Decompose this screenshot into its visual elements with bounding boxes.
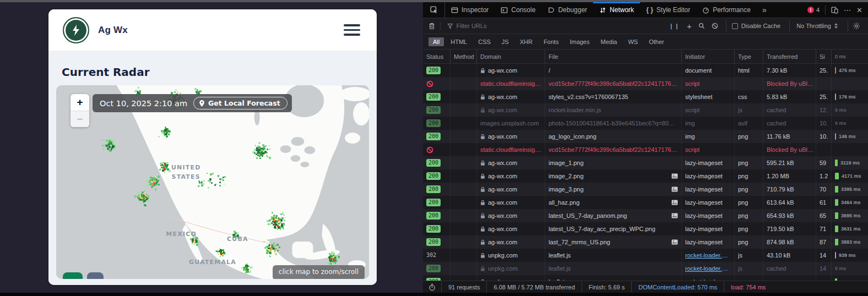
tab-debugger[interactable]: Debugger	[541, 2, 593, 18]
filter-all[interactable]: All	[428, 37, 444, 46]
zoom-out-button[interactable]: −	[70, 111, 89, 127]
radar-echo	[162, 169, 164, 172]
column-header-file[interactable]: File	[545, 50, 682, 63]
initiator-link[interactable]: rocket-loader.m…	[685, 275, 731, 281]
more-tabs-button[interactable]: »	[757, 2, 772, 18]
filter-xhr[interactable]: XHR	[516, 37, 537, 46]
initiator-link[interactable]: rocket-loader.m…	[685, 249, 731, 262]
network-request-row[interactable]: 200 ag-wx.com / document html 7.30 kB 25…	[423, 64, 868, 77]
filter-js[interactable]: JS	[497, 37, 513, 46]
lock-icon	[480, 226, 485, 232]
tab-network[interactable]: Network	[593, 2, 640, 18]
network-request-row[interactable]: 200 ag-wx.com latest_US_7-day_acc_precip…	[423, 222, 868, 235]
network-request-row[interactable]: 200 ag-wx.com rocket-loader.min.js scrip…	[423, 103, 868, 117]
network-request-row[interactable]: 200 ag-wx.com image_1.png lazy-imageset …	[423, 156, 868, 169]
tab-inspector[interactable]: Inspector	[445, 2, 495, 18]
radar-echo	[272, 212, 273, 213]
initiator-link[interactable]: rocket-loader.m…	[685, 262, 731, 275]
domain-cell: static.cloudflareinsight…	[480, 143, 541, 156]
radar-echo	[330, 263, 332, 265]
filter-images[interactable]: Images	[565, 37, 594, 46]
network-request-row[interactable]: 200 ag-wx.com last_72_mrms_US.png lazy-i…	[423, 235, 868, 249]
column-header-type[interactable]: Type	[735, 50, 763, 63]
initiator-cell: document	[685, 64, 712, 77]
network-request-row[interactable]: static.cloudflareinsight… vcd15cbe7772f4…	[423, 143, 868, 156]
get-local-forecast-button[interactable]: Get Local Forecast	[193, 97, 287, 109]
element-picker-button[interactable]	[423, 2, 445, 18]
network-request-row[interactable]: 200 ag-wx.com image_3.png lazy-imageset …	[423, 183, 868, 196]
network-request-row[interactable]: 302 unpkg.com leaflet.js rocket-loader.m…	[423, 249, 868, 262]
responsive-design-mode-button[interactable]	[831, 7, 838, 14]
network-request-row[interactable]: 200 ag-wx.com ag_logo_icon.png img png 1…	[423, 130, 868, 143]
filter-ws[interactable]: WS	[623, 37, 642, 46]
block-request-button[interactable]	[712, 23, 718, 29]
network-settings-button[interactable]	[848, 20, 865, 31]
column-header-status[interactable]: Status	[423, 50, 451, 63]
devtools-menu-button[interactable]: ⋯	[844, 6, 851, 14]
size-cell: 65	[816, 209, 832, 222]
radar-echo	[208, 187, 209, 189]
column-header-method[interactable]: Method	[451, 50, 477, 63]
tab-console[interactable]: Console	[495, 2, 541, 18]
disable-cache-checkbox[interactable]	[732, 23, 738, 29]
column-header-transferred[interactable]: Transferred	[763, 50, 816, 63]
filter-media[interactable]: Media	[596, 37, 621, 46]
radar-echo	[263, 241, 265, 243]
waterfall-time: 3464 ms	[841, 196, 861, 209]
radar-timestamp-pill: Oct 10, 2025 2:10 am Get Local Forecast	[93, 94, 292, 112]
type-cell: png	[735, 222, 763, 235]
search-button[interactable]	[698, 23, 705, 29]
tab-performance[interactable]: Performance	[696, 2, 757, 18]
filter-fonts[interactable]: Fonts	[539, 37, 563, 46]
close-devtools-button[interactable]: ✕	[856, 6, 862, 14]
filter-urls-input[interactable]	[457, 23, 661, 29]
column-header-domain[interactable]: Domain	[477, 50, 545, 63]
radar-echo	[271, 244, 273, 246]
column-header-waterfall[interactable]: 0 ms	[832, 50, 868, 63]
network-request-row[interactable]: 200 ag-wx.com all_haz.png lazy-imageset …	[423, 196, 868, 209]
column-header-initiator[interactable]: Initiator	[682, 50, 735, 63]
radar-map[interactable]: UNITED STATESMEXICOCUBAGUATEMALA + − Oct…	[56, 85, 369, 279]
clear-requests-button[interactable]	[426, 23, 441, 30]
network-request-row[interactable]: 200 unpkg.com leaflet.js rocket-loader.m…	[423, 262, 868, 275]
waterfall-time: 475 ms	[839, 64, 856, 77]
domain-cell: ag-wx.com	[488, 196, 517, 209]
radar-echo	[280, 227, 281, 228]
tab-style-editor[interactable]: { }Style Editor	[640, 2, 696, 18]
throttling-dropdown[interactable]: No Throttling	[789, 20, 844, 31]
column-header-si[interactable]: Si	[816, 50, 832, 63]
network-request-row[interactable]: 200 ag-wx.com styles_v2.css?v=1760067135…	[423, 90, 868, 103]
waterfall-bar	[835, 212, 838, 219]
zoom-in-button[interactable]: +	[70, 94, 89, 111]
file-cell: image_2.png	[549, 169, 669, 183]
disable-cache-toggle[interactable]: Disable Cache	[726, 20, 786, 31]
error-count-badge[interactable]: ! 4	[807, 7, 820, 13]
radar-echo	[274, 248, 275, 249]
size-cell: 14	[816, 262, 832, 275]
filter-css[interactable]: CSS	[474, 37, 495, 46]
network-request-row[interactable]: 200 images.unsplash.com photo-1501004318…	[423, 117, 868, 130]
new-request-button[interactable]: +	[687, 22, 692, 30]
network-request-row[interactable]: static.cloudflareinsight… vcd15cbe7772f4…	[423, 77, 868, 90]
filter-html[interactable]: HTML	[446, 37, 471, 46]
performance-analysis-button[interactable]	[423, 281, 442, 293]
filter-other[interactable]: Other	[644, 37, 669, 46]
network-request-row[interactable]: 200 ag-wx.com latest_US_7-day_panom.png …	[423, 209, 868, 222]
pause-traffic-button[interactable]: ❘❘	[669, 23, 680, 29]
lock-icon	[480, 68, 485, 74]
file-cell: vcd15cbe7772f49c399c6a5babf22c1241717689…	[549, 77, 678, 90]
site-logo[interactable]	[63, 17, 89, 43]
network-request-row[interactable]: 200 ag-wx.com image_2.png lazy-imageset …	[423, 169, 868, 183]
status-badge: 200	[426, 172, 441, 180]
menu-button[interactable]	[341, 22, 362, 38]
radar-echo	[254, 152, 256, 154]
filter-urls-field[interactable]	[444, 23, 661, 29]
radar-echo	[264, 151, 267, 153]
method-cell	[451, 117, 477, 130]
funnel-icon	[447, 23, 453, 29]
map-layer-button-slate[interactable]	[87, 272, 104, 279]
map-layer-button-green[interactable]	[63, 272, 83, 279]
lock-icon	[480, 187, 485, 193]
bottom-window-strip	[0, 293, 868, 296]
network-request-row[interactable]: 200 unpkg.com leaflet.css rocket-loader.…	[423, 275, 868, 281]
